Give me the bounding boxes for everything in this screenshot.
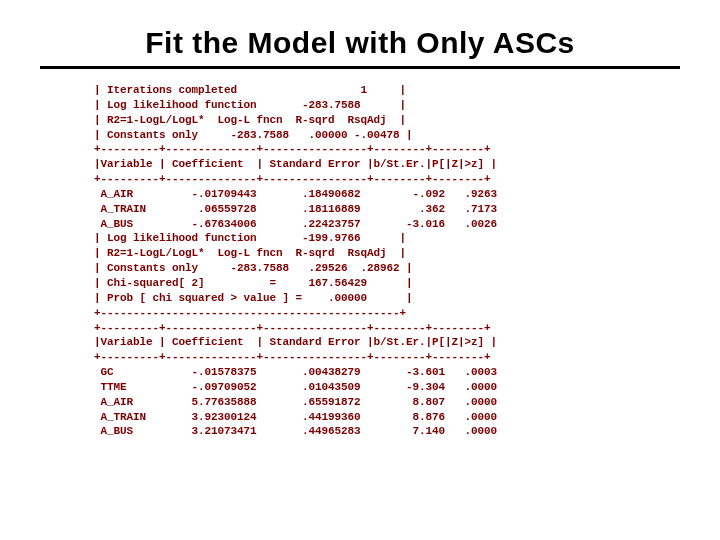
regression-output: | Iterations completed 1 | | Log likelih… [94, 83, 680, 439]
page-title: Fit the Model with Only ASCs [40, 26, 680, 60]
slide: Fit the Model with Only ASCs | Iteration… [0, 0, 720, 459]
title-rule [40, 66, 680, 69]
